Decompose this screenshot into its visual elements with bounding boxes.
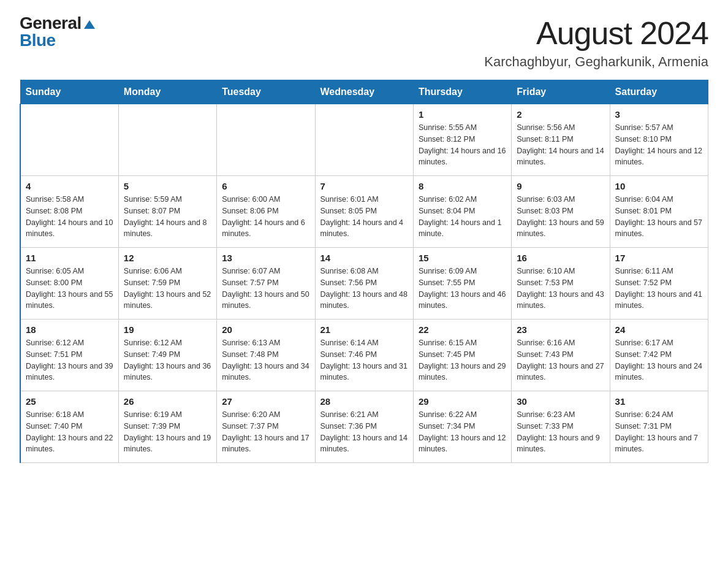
table-row: 24Sunrise: 6:17 AMSunset: 7:42 PMDayligh… [610, 320, 708, 391]
table-row: 6Sunrise: 6:00 AMSunset: 8:06 PMDaylight… [217, 176, 315, 248]
day-info: Sunrise: 6:19 AMSunset: 7:39 PMDaylight:… [124, 409, 211, 455]
table-row: 28Sunrise: 6:21 AMSunset: 7:36 PMDayligh… [315, 391, 413, 463]
day-info: Sunrise: 6:18 AMSunset: 7:40 PMDaylight:… [26, 409, 113, 455]
table-row [118, 104, 216, 176]
day-number: 16 [517, 253, 604, 263]
day-number: 9 [517, 181, 604, 191]
table-row: 29Sunrise: 6:22 AMSunset: 7:34 PMDayligh… [413, 391, 511, 463]
weekday-header-friday: Friday [512, 80, 610, 104]
day-info: Sunrise: 6:24 AMSunset: 7:31 PMDaylight:… [615, 409, 703, 455]
weekday-header-monday: Monday [118, 80, 216, 104]
table-row: 12Sunrise: 6:06 AMSunset: 7:59 PMDayligh… [118, 248, 216, 320]
day-number: 30 [517, 396, 604, 407]
day-number: 21 [320, 324, 408, 335]
table-row: 23Sunrise: 6:16 AMSunset: 7:43 PMDayligh… [512, 320, 610, 391]
table-row: 15Sunrise: 6:09 AMSunset: 7:55 PMDayligh… [413, 248, 511, 320]
day-number: 11 [26, 253, 113, 263]
table-row: 18Sunrise: 6:12 AMSunset: 7:51 PMDayligh… [20, 320, 118, 391]
logo-triangle-icon [84, 20, 95, 29]
day-number: 20 [222, 324, 309, 335]
day-info: Sunrise: 6:15 AMSunset: 7:45 PMDaylight:… [419, 337, 506, 383]
day-number: 23 [517, 324, 604, 335]
day-info: Sunrise: 6:16 AMSunset: 7:43 PMDaylight:… [517, 337, 604, 383]
week-row-5: 25Sunrise: 6:18 AMSunset: 7:40 PMDayligh… [20, 391, 708, 463]
week-row-3: 11Sunrise: 6:05 AMSunset: 8:00 PMDayligh… [20, 248, 708, 320]
day-number: 25 [26, 396, 113, 407]
day-info: Sunrise: 6:10 AMSunset: 7:53 PMDaylight:… [517, 266, 604, 312]
weekday-header-saturday: Saturday [610, 80, 708, 104]
day-number: 3 [615, 109, 703, 120]
table-row: 7Sunrise: 6:01 AMSunset: 8:05 PMDaylight… [315, 176, 413, 248]
table-row: 25Sunrise: 6:18 AMSunset: 7:40 PMDayligh… [20, 391, 118, 463]
table-row: 9Sunrise: 6:03 AMSunset: 8:03 PMDaylight… [512, 176, 610, 248]
day-info: Sunrise: 6:11 AMSunset: 7:52 PMDaylight:… [615, 266, 703, 312]
day-info: Sunrise: 6:13 AMSunset: 7:48 PMDaylight:… [222, 337, 309, 383]
table-row: 4Sunrise: 5:58 AMSunset: 8:08 PMDaylight… [20, 176, 118, 248]
day-number: 10 [615, 181, 703, 191]
day-info: Sunrise: 5:55 AMSunset: 8:12 PMDaylight:… [419, 122, 506, 168]
table-row: 21Sunrise: 6:14 AMSunset: 7:46 PMDayligh… [315, 320, 413, 391]
calendar-table: SundayMondayTuesdayWednesdayThursdayFrid… [20, 80, 708, 463]
table-row: 30Sunrise: 6:23 AMSunset: 7:33 PMDayligh… [512, 391, 610, 463]
table-row: 13Sunrise: 6:07 AMSunset: 7:57 PMDayligh… [217, 248, 315, 320]
table-row: 1Sunrise: 5:55 AMSunset: 8:12 PMDaylight… [413, 104, 511, 176]
day-info: Sunrise: 5:58 AMSunset: 8:08 PMDaylight:… [26, 194, 113, 240]
day-info: Sunrise: 6:21 AMSunset: 7:36 PMDaylight:… [320, 409, 408, 455]
day-number: 28 [320, 396, 408, 407]
day-number: 26 [124, 396, 211, 407]
day-number: 17 [615, 253, 703, 263]
table-row: 8Sunrise: 6:02 AMSunset: 8:04 PMDaylight… [413, 176, 511, 248]
day-info: Sunrise: 6:23 AMSunset: 7:33 PMDaylight:… [517, 409, 604, 455]
table-row: 5Sunrise: 5:59 AMSunset: 8:07 PMDaylight… [118, 176, 216, 248]
day-info: Sunrise: 6:22 AMSunset: 7:34 PMDaylight:… [419, 409, 506, 455]
day-number: 13 [222, 253, 309, 263]
table-row: 26Sunrise: 6:19 AMSunset: 7:39 PMDayligh… [118, 391, 216, 463]
table-row: 17Sunrise: 6:11 AMSunset: 7:52 PMDayligh… [610, 248, 708, 320]
table-row: 16Sunrise: 6:10 AMSunset: 7:53 PMDayligh… [512, 248, 610, 320]
logo: General Blue [20, 15, 95, 49]
week-row-1: 1Sunrise: 5:55 AMSunset: 8:12 PMDaylight… [20, 104, 708, 176]
table-row: 11Sunrise: 6:05 AMSunset: 8:00 PMDayligh… [20, 248, 118, 320]
day-number: 27 [222, 396, 309, 407]
table-row: 22Sunrise: 6:15 AMSunset: 7:45 PMDayligh… [413, 320, 511, 391]
day-number: 7 [320, 181, 408, 191]
table-row: 20Sunrise: 6:13 AMSunset: 7:48 PMDayligh… [217, 320, 315, 391]
day-info: Sunrise: 6:03 AMSunset: 8:03 PMDaylight:… [517, 194, 604, 240]
day-info: Sunrise: 6:02 AMSunset: 8:04 PMDaylight:… [419, 194, 506, 240]
day-number: 8 [419, 181, 506, 191]
logo-general-text: General [20, 15, 82, 32]
day-info: Sunrise: 6:14 AMSunset: 7:46 PMDaylight:… [320, 337, 408, 383]
day-number: 2 [517, 109, 604, 120]
table-row: 27Sunrise: 6:20 AMSunset: 7:37 PMDayligh… [217, 391, 315, 463]
table-row [315, 104, 413, 176]
day-info: Sunrise: 6:01 AMSunset: 8:05 PMDaylight:… [320, 194, 408, 240]
day-number: 1 [419, 109, 506, 120]
logo-blue-text: Blue [20, 32, 56, 49]
day-info: Sunrise: 6:17 AMSunset: 7:42 PMDaylight:… [615, 337, 703, 383]
weekday-header-tuesday: Tuesday [217, 80, 315, 104]
table-row [20, 104, 118, 176]
day-info: Sunrise: 6:09 AMSunset: 7:55 PMDaylight:… [419, 266, 506, 312]
day-number: 12 [124, 253, 211, 263]
table-row [217, 104, 315, 176]
day-info: Sunrise: 6:20 AMSunset: 7:37 PMDaylight:… [222, 409, 309, 455]
table-row: 10Sunrise: 6:04 AMSunset: 8:01 PMDayligh… [610, 176, 708, 248]
day-info: Sunrise: 6:12 AMSunset: 7:51 PMDaylight:… [26, 337, 113, 383]
day-info: Sunrise: 6:00 AMSunset: 8:06 PMDaylight:… [222, 194, 309, 240]
weekday-header-thursday: Thursday [413, 80, 511, 104]
day-number: 24 [615, 324, 703, 335]
day-number: 5 [124, 181, 211, 191]
day-info: Sunrise: 6:07 AMSunset: 7:57 PMDaylight:… [222, 266, 309, 312]
day-info: Sunrise: 5:57 AMSunset: 8:10 PMDaylight:… [615, 122, 703, 168]
day-info: Sunrise: 5:56 AMSunset: 8:11 PMDaylight:… [517, 122, 604, 168]
day-number: 31 [615, 396, 703, 407]
month-title: August 2024 [484, 15, 708, 52]
week-row-4: 18Sunrise: 6:12 AMSunset: 7:51 PMDayligh… [20, 320, 708, 391]
day-number: 6 [222, 181, 309, 191]
location-title: Karchaghbyur, Gegharkunik, Armenia [484, 54, 708, 70]
day-info: Sunrise: 6:04 AMSunset: 8:01 PMDaylight:… [615, 194, 703, 240]
day-number: 22 [419, 324, 506, 335]
title-area: August 2024 Karchaghbyur, Gegharkunik, A… [484, 15, 708, 70]
weekday-header-wednesday: Wednesday [315, 80, 413, 104]
weekday-header-row: SundayMondayTuesdayWednesdayThursdayFrid… [20, 80, 708, 104]
